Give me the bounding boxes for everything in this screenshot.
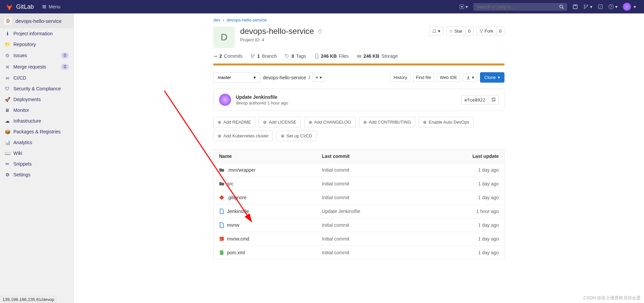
sidebar-label: Issues — [13, 53, 58, 58]
todo-icon-btn[interactable] — [595, 3, 606, 11]
quick-action-add-contributing[interactable]: ⊕ Add CONTRIBUTING — [359, 117, 416, 127]
project-avatar: D — [213, 27, 235, 48]
branch-select[interactable]: master ▾ — [213, 72, 260, 83]
star-button[interactable]: ☆ Star — [446, 27, 465, 36]
clone-button[interactable]: Clone ▾ — [480, 72, 504, 83]
svg-point-6 — [587, 5, 588, 6]
col-name: Name — [214, 149, 317, 163]
sidebar-item-analytics[interactable]: 📊Analytics — [0, 137, 73, 148]
sidebar-icon: 📖 — [5, 150, 10, 156]
sidebar-icon: ∞ — [5, 75, 10, 81]
history-button[interactable]: History — [390, 73, 410, 82]
search-box[interactable] — [473, 3, 567, 11]
sidebar-item-monitor[interactable]: 🖥Monitor — [0, 105, 73, 116]
sidebar-item-issues[interactable]: ⊙Issues0 — [0, 50, 73, 61]
file-name: .gitignore — [227, 195, 247, 200]
sidebar-item-settings[interactable]: ⚙Settings — [0, 169, 73, 180]
topbar: GitLab Menu ▾ ▾ ?▾ ▾ — [0, 0, 644, 13]
download-button[interactable]: ▾ — [463, 73, 477, 82]
sidebar-item-repository[interactable]: 📁Repository — [0, 39, 73, 50]
sidebar-label: Security & Compliance — [13, 86, 69, 91]
quick-action-add-kubernetes-cluster[interactable]: ⊕ Add Kubernetes cluster — [213, 131, 273, 141]
notification-button[interactable]: ▾ — [429, 27, 443, 36]
new-button[interactable]: ▾ — [457, 3, 471, 11]
sidebar-item-infrastructure[interactable]: ☁Infrastructure — [0, 116, 73, 126]
quick-action-set-up-ci-cd[interactable]: ⊕ Set up CI/CD — [276, 131, 317, 141]
sidebar-item-wiki[interactable]: 📖Wiki — [0, 148, 73, 159]
menu-label: Menu — [49, 4, 60, 9]
chevron-down-icon: ▾ — [615, 4, 618, 9]
svg-point-15 — [251, 54, 253, 56]
menu-button[interactable]: Menu — [42, 4, 60, 9]
sidebar-icon: ⤭ — [5, 64, 10, 70]
path-breadcrumb[interactable]: devops-hello-service / — [263, 75, 310, 80]
sidebar-item-packages-registries[interactable]: 📦Packages & Registries — [0, 126, 73, 137]
file-update: 1 day ago — [423, 191, 504, 205]
sidebar-label: Repository — [13, 42, 69, 47]
commit-sha[interactable]: efce8922 — [461, 95, 488, 104]
commit-message[interactable]: Update Jenkinsfile — [236, 94, 457, 100]
star-count[interactable]: 0 — [465, 27, 474, 36]
breadcrumb-project[interactable]: devops-hello-service — [227, 17, 267, 23]
sidebar-icon: 🛡 — [5, 86, 10, 91]
quick-action-add-readme[interactable]: ⊕ Add README — [213, 117, 255, 127]
search-input[interactable] — [477, 4, 559, 9]
sidebar-badge: 0 — [61, 52, 69, 58]
sidebar-item-snippets[interactable]: ✂Snippets — [0, 159, 73, 169]
sidebar-item-ci-cd[interactable]: ∞CI/CD — [0, 73, 73, 83]
user-menu-chevron[interactable]: ▾ — [631, 3, 639, 11]
web-ide-button[interactable]: Web IDE — [437, 73, 460, 82]
sidebar-project-header[interactable]: D devops-hello-service — [0, 13, 73, 28]
commit-meta: devop authored 1 hour ago — [236, 100, 457, 105]
sidebar-item-security-compliance[interactable]: 🛡Security & Compliance — [0, 83, 73, 94]
find-file-button[interactable]: Find file — [413, 73, 434, 82]
merge-icon — [583, 4, 589, 9]
ci-status-bar[interactable] — [213, 63, 504, 66]
quick-action-add-changelog[interactable]: ⊕ Add CHANGELOG — [304, 117, 356, 127]
sidebar-item-deployments[interactable]: 🚀Deployments — [0, 94, 73, 105]
file-name: src — [227, 181, 233, 186]
sidebar-badge: 0 — [61, 64, 69, 70]
fork-count[interactable]: 0 — [496, 27, 504, 36]
file-icon — [314, 54, 319, 58]
breadcrumb: dev › devops-hello-service — [213, 17, 504, 23]
quick-action-add-license[interactable]: ⊕ Add LICENSE — [259, 117, 301, 127]
file-type-icon — [219, 181, 224, 186]
plus-icon: ⊕ — [309, 120, 312, 125]
sidebar-label: CI/CD — [13, 75, 69, 81]
file-row[interactable]: .mvn/wrapperInitial commit1 day ago — [214, 163, 504, 177]
add-file-button[interactable]: + ▾ — [313, 73, 325, 82]
stat-branches[interactable]: 1 Branch — [251, 53, 277, 59]
stat-storage[interactable]: 246 KB Storage — [357, 53, 398, 59]
issues-icon-btn[interactable] — [570, 3, 581, 11]
quick-action-enable-auto-devops[interactable]: ⊕ Enable Auto DevOps — [419, 117, 474, 127]
file-type-icon — [219, 209, 224, 214]
merge-icon-btn[interactable]: ▾ — [581, 3, 595, 11]
file-row[interactable]: .gitignoreInitial commit1 day ago — [214, 191, 504, 205]
sidebar-item-project-information[interactable]: ℹProject information — [0, 28, 73, 39]
sidebar-item-merge-requests[interactable]: ⤭Merge requests0 — [0, 61, 73, 73]
file-row[interactable]: >_mvnw.cmdInitial commit1 day ago — [214, 232, 504, 246]
stat-commits[interactable]: ⊸ 2 Commits — [213, 53, 243, 59]
stat-bar: ⊸ 2 Commits 1 Branch 0 Tags 246 KB Files… — [213, 53, 504, 59]
copy-sha-button[interactable] — [488, 95, 499, 104]
gitlab-logo[interactable]: GitLab — [5, 3, 34, 11]
file-row[interactable]: srcInitial commit1 day ago — [214, 177, 504, 191]
file-row[interactable]: mvnwInitial commit1 day ago — [214, 218, 504, 232]
user-avatar[interactable] — [623, 3, 631, 11]
project-avatar-small: D — [4, 17, 12, 25]
stat-tags[interactable]: 0 Tags — [285, 53, 306, 59]
file-update: 1 day ago — [423, 232, 504, 246]
stat-files[interactable]: 246 KB Files — [314, 53, 349, 59]
breadcrumb-group[interactable]: dev — [213, 17, 220, 23]
file-row[interactable]: JenkinsfileUpdate Jenkinsfile1 hour ago — [214, 205, 504, 218]
help-icon-btn[interactable]: ?▾ — [606, 3, 620, 11]
todo-icon — [598, 4, 603, 9]
commit-author-avatar[interactable] — [219, 94, 231, 106]
sidebar-label: Analytics — [13, 140, 69, 145]
sidebar-label: Snippets — [13, 161, 69, 167]
sidebar-label: Project information — [13, 31, 69, 36]
bell-icon — [432, 29, 437, 34]
fork-button[interactable]: Fork — [476, 27, 496, 36]
file-row[interactable]: pom.xmlInitial commit1 day ago — [214, 246, 504, 260]
